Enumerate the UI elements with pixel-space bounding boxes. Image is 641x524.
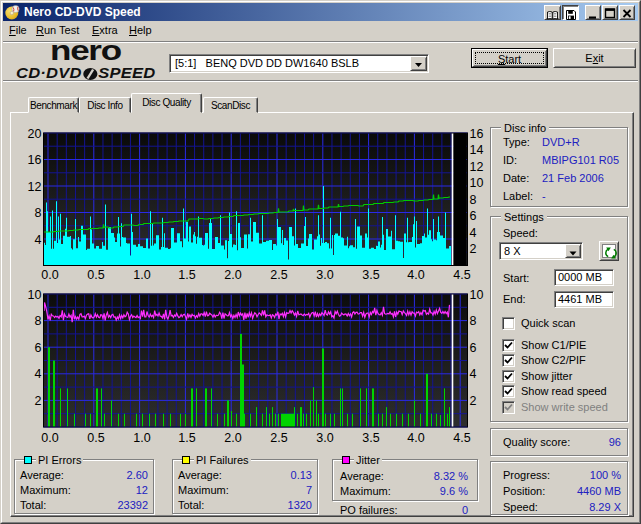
svg-text:10: 10 bbox=[28, 288, 42, 302]
svg-text:2: 2 bbox=[35, 394, 42, 408]
svg-text:12: 12 bbox=[470, 160, 484, 174]
svg-text:4: 4 bbox=[470, 226, 477, 240]
svg-text:6: 6 bbox=[470, 209, 477, 223]
svg-text:3.5: 3.5 bbox=[362, 431, 379, 445]
svg-text:3.5: 3.5 bbox=[362, 268, 379, 282]
svg-text:12: 12 bbox=[28, 180, 42, 194]
svg-text:6: 6 bbox=[470, 341, 477, 355]
svg-text:16: 16 bbox=[28, 153, 42, 167]
svg-text:10: 10 bbox=[470, 176, 484, 190]
svg-text:2: 2 bbox=[470, 394, 477, 408]
svg-text:8: 8 bbox=[470, 314, 477, 328]
svg-text:8: 8 bbox=[35, 314, 42, 328]
svg-text:4: 4 bbox=[35, 233, 42, 247]
svg-text:0.0: 0.0 bbox=[41, 268, 58, 282]
svg-text:3.0: 3.0 bbox=[316, 268, 333, 282]
svg-text:4.0: 4.0 bbox=[407, 268, 424, 282]
svg-text:2.0: 2.0 bbox=[224, 268, 241, 282]
svg-text:0.5: 0.5 bbox=[87, 268, 104, 282]
svg-text:2.5: 2.5 bbox=[270, 431, 287, 445]
svg-text:4: 4 bbox=[470, 367, 477, 381]
svg-text:8: 8 bbox=[35, 206, 42, 220]
svg-text:1.5: 1.5 bbox=[178, 268, 195, 282]
svg-text:8: 8 bbox=[470, 193, 477, 207]
svg-text:0.0: 0.0 bbox=[41, 431, 58, 445]
svg-text:4.5: 4.5 bbox=[453, 431, 470, 445]
svg-text:4.0: 4.0 bbox=[407, 431, 424, 445]
svg-text:10: 10 bbox=[470, 288, 484, 302]
svg-text:16: 16 bbox=[470, 127, 484, 141]
svg-text:4: 4 bbox=[35, 367, 42, 381]
svg-text:20: 20 bbox=[28, 127, 42, 141]
svg-text:2.5: 2.5 bbox=[270, 268, 287, 282]
svg-text:4.5: 4.5 bbox=[453, 268, 470, 282]
svg-text:1.0: 1.0 bbox=[133, 268, 150, 282]
svg-text:0.5: 0.5 bbox=[87, 431, 104, 445]
svg-text:2: 2 bbox=[470, 242, 477, 256]
svg-text:6: 6 bbox=[35, 341, 42, 355]
svg-text:1.5: 1.5 bbox=[178, 431, 195, 445]
svg-text:1.0: 1.0 bbox=[133, 431, 150, 445]
svg-text:14: 14 bbox=[470, 143, 484, 157]
svg-text:2.0: 2.0 bbox=[224, 431, 241, 445]
svg-text:3.0: 3.0 bbox=[316, 431, 333, 445]
